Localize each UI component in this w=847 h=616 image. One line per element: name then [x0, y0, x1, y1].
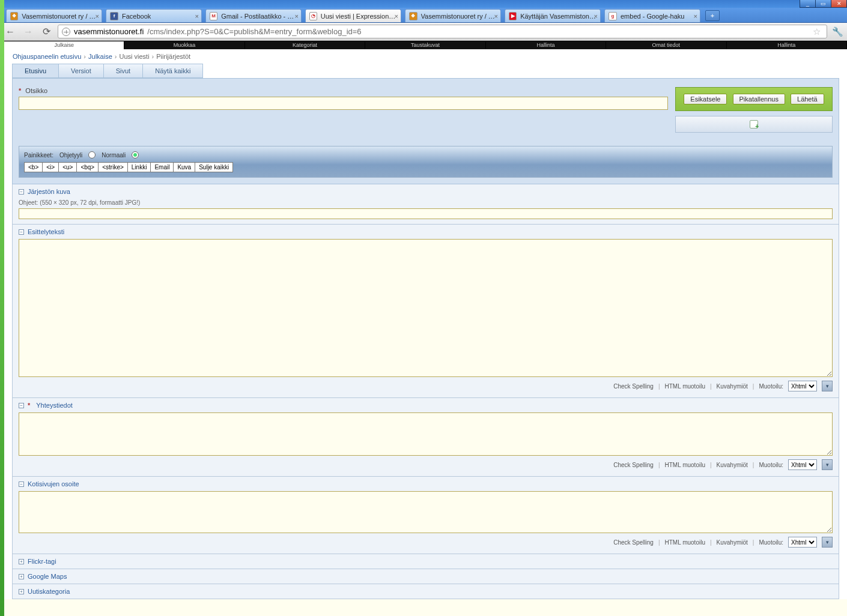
url-host: vasemmistonuoret.fi: [74, 27, 144, 36]
fmt-radio-normal[interactable]: [132, 151, 139, 159]
collapse-toggle[interactable]: −: [19, 482, 24, 487]
browser-tab[interactable]: gembed - Google-haku×: [604, 9, 700, 22]
format-button[interactable]: <i>: [43, 162, 59, 172]
topnav-item[interactable]: Taustakuvat: [365, 41, 485, 49]
topnav-item[interactable]: Julkaise: [4, 41, 124, 49]
collapse-toggle[interactable]: −: [19, 229, 24, 235]
collapse-toggle[interactable]: −: [19, 189, 24, 195]
section-title[interactable]: Yhteystiedot: [36, 402, 73, 409]
section-title[interactable]: Esittelyteksti: [28, 228, 64, 235]
format-select[interactable]: Xhtml: [788, 459, 817, 470]
entry-tab[interactable]: Etusivu: [12, 64, 59, 78]
tab-close-icon[interactable]: ×: [594, 13, 598, 20]
format-button[interactable]: Kuva: [174, 162, 195, 172]
browser-tab[interactable]: ❖Vasemmistonuoret ry / Etel×: [405, 9, 501, 22]
format-button[interactable]: <bq>: [77, 162, 99, 172]
required-marker: *: [28, 402, 30, 409]
favicon-icon: g: [609, 12, 617, 20]
tab-label: Vasemmistonuoret ry / Toim: [22, 13, 98, 20]
format-button[interactable]: <u>: [59, 162, 77, 172]
entry-tab[interactable]: Sivut: [104, 64, 143, 78]
kuva-input[interactable]: [19, 208, 833, 219]
topnav-item[interactable]: Muokkaa: [124, 41, 244, 49]
crumb-sep: ›: [83, 53, 86, 60]
topnav-item[interactable]: Hallinta: [486, 41, 606, 49]
nav-back-button[interactable]: ←: [4, 25, 17, 38]
tab-close-icon[interactable]: ×: [195, 13, 199, 20]
crumb-link[interactable]: Julkaise: [88, 53, 112, 60]
html-format-link[interactable]: HTML muotoilu: [665, 539, 705, 546]
entry-panel: * Otsikko Esikatsele Pikatallennus Lähet…: [12, 78, 839, 184]
quicksave-button[interactable]: Pikatallennus: [733, 94, 785, 104]
section-title[interactable]: Google Maps: [28, 573, 67, 580]
collapse-toggle[interactable]: +: [19, 574, 24, 579]
browser-tab[interactable]: ▶Käyttäjän Vasemmistonuore×: [505, 9, 601, 22]
section-title[interactable]: Kotisivujen osoite: [28, 480, 79, 488]
bookmark-star-icon[interactable]: ☆: [813, 26, 821, 37]
format-apply-button[interactable]: ▾: [822, 537, 833, 548]
tab-close-icon[interactable]: ×: [295, 13, 299, 20]
format-apply-button[interactable]: ▾: [822, 459, 833, 470]
section-title[interactable]: Flickr-tagi: [28, 558, 56, 565]
image-add-icon: [750, 120, 758, 128]
format-button[interactable]: Linkki: [128, 162, 151, 172]
esittely-textarea[interactable]: [19, 239, 833, 377]
check-spelling-link[interactable]: Check Spelling: [613, 383, 654, 390]
browser-tab[interactable]: fFacebook×: [106, 9, 202, 22]
submit-button[interactable]: Lähetä: [791, 94, 824, 104]
koti-textarea[interactable]: [19, 491, 833, 533]
format-button[interactable]: Sulje kaikki: [195, 162, 233, 172]
tab-close-icon[interactable]: ×: [694, 13, 697, 20]
topnav-item[interactable]: Hallinta: [727, 41, 847, 49]
window-maximize-button[interactable]: ▭: [815, 0, 831, 8]
preview-button[interactable]: Esikatsele: [684, 94, 727, 104]
format-button[interactable]: Email: [151, 162, 174, 172]
new-tab-button[interactable]: +: [705, 10, 720, 21]
crumb-link[interactable]: Ohjauspaneelin etusivu: [13, 53, 81, 60]
url-input[interactable]: vasemmistonuoret.fi/cms/index.php?S=0&C=…: [58, 25, 827, 38]
format-apply-button[interactable]: ▾: [822, 381, 833, 391]
fmt-radio-guide[interactable]: [88, 151, 96, 159]
tab-close-icon[interactable]: ×: [96, 13, 99, 20]
textarea-tools: Check Spelling| HTML muotoilu| Kuvahymiö…: [19, 378, 833, 393]
topnav-item[interactable]: Omat tiedot: [606, 41, 726, 49]
check-spelling-link[interactable]: Check Spelling: [613, 462, 654, 468]
yhteys-textarea[interactable]: [19, 412, 833, 456]
section-title[interactable]: Järjestön kuva: [28, 188, 70, 195]
nav-forward-button[interactable]: →: [22, 25, 35, 38]
window-minimize-button[interactable]: _: [800, 0, 816, 8]
section-flickr-tagi: + Flickr-tagi: [12, 554, 839, 569]
format-select[interactable]: Xhtml: [788, 537, 817, 548]
section-title[interactable]: Uutiskategoria: [28, 588, 70, 595]
window-close-button[interactable]: ✕: [831, 0, 847, 8]
glossary-link[interactable]: Kuvahymiöt: [717, 539, 748, 546]
settings-wrench-icon[interactable]: 🔧: [832, 26, 843, 37]
browser-tab[interactable]: ◔Uusi viesti | ExpressionEngin×: [305, 9, 401, 22]
collapse-toggle[interactable]: −: [19, 403, 24, 408]
format-button[interactable]: <b>: [24, 162, 43, 172]
textarea-tools: Check Spelling| HTML muotoilu| Kuvahymiö…: [19, 457, 833, 471]
favicon-icon: ▶: [509, 12, 517, 20]
tab-label: Käyttäjän Vasemmistonuore: [520, 13, 597, 20]
tab-close-icon[interactable]: ×: [494, 13, 498, 20]
collapse-toggle[interactable]: +: [19, 589, 24, 594]
entry-tab[interactable]: Versiot: [59, 64, 104, 78]
title-input[interactable]: [19, 97, 668, 110]
browser-tab[interactable]: ❖Vasemmistonuoret ry / Toim×: [6, 9, 102, 22]
browser-tab[interactable]: MGmail - Postilaatikko - eliisa×: [205, 9, 302, 22]
fmt-radio-normal-label: Normaali: [102, 152, 126, 159]
check-spelling-link[interactable]: Check Spelling: [613, 539, 654, 546]
html-format-link[interactable]: HTML muotoilu: [665, 462, 705, 468]
html-format-link[interactable]: HTML muotoilu: [665, 383, 705, 390]
tab-close-icon[interactable]: ×: [395, 13, 398, 20]
nav-reload-button[interactable]: ⟳: [40, 25, 53, 38]
topnav-item[interactable]: Kategoriat: [245, 41, 365, 49]
upload-box[interactable]: [675, 116, 833, 133]
collapse-toggle[interactable]: +: [19, 559, 24, 564]
entry-tab[interactable]: Näytä kaikki: [143, 64, 203, 78]
glossary-link[interactable]: Kuvahymiöt: [717, 462, 748, 468]
favicon-icon: ◔: [309, 12, 317, 20]
format-button[interactable]: <strike>: [99, 162, 128, 172]
format-select[interactable]: Xhtml: [788, 381, 817, 391]
glossary-link[interactable]: Kuvahymiöt: [717, 383, 748, 390]
